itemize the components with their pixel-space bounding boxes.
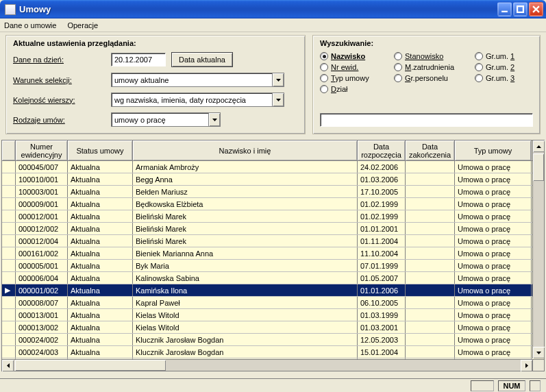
table-row[interactable]: 000045/007AktualnaArmaniak Ambroży24.02.… <box>2 161 544 173</box>
radio-icon <box>394 52 402 60</box>
radio-m-zatrudnienia[interactable]: M.zatrudnienia <box>394 63 469 71</box>
cell-start-date: 01.11.2004 <box>358 235 406 247</box>
horizontal-scrollbar[interactable] <box>2 359 532 371</box>
scroll-thumb[interactable] <box>15 360 166 371</box>
table-row[interactable]: 000005/001AktualnaByk Maria07.01.1999Umo… <box>2 260 544 272</box>
radio-grum1[interactable]: Gr.um. 1 <box>475 52 530 60</box>
table-row[interactable]: 000012/002AktualnaBieliński Marek01.01.2… <box>2 223 544 235</box>
types-select[interactable]: umowy o pracę <box>111 112 221 127</box>
header-evidence-number[interactable]: Numer ewidencyjny <box>16 140 68 160</box>
cell-status: Aktualna <box>68 198 133 210</box>
radio-grum3[interactable]: Gr.um. 3 <box>475 74 530 82</box>
chevron-down-icon <box>272 73 284 86</box>
table-row[interactable]: 000012/001AktualnaBieliński Marek01.02.1… <box>2 210 544 223</box>
order-select[interactable]: wg nazwiska, imienia, daty rozpoczęcia <box>111 93 284 107</box>
cell-evidence-number: 000012/001 <box>16 210 68 222</box>
radio-typ-umowy[interactable]: Typ umowy <box>320 74 388 82</box>
cell-status: Aktualna <box>68 272 133 284</box>
cell-name: Kielas Witold <box>133 309 358 321</box>
row-selector <box>2 346 16 358</box>
radio-nazwisko[interactable]: Nazwisko <box>320 52 388 60</box>
cell-evidence-number: 000013/001 <box>16 309 68 321</box>
radio-icon <box>394 63 402 71</box>
table-row[interactable]: 000013/001AktualnaKielas Witold01.03.199… <box>2 309 544 321</box>
status-empty2 <box>530 380 541 391</box>
cell-status: Aktualna <box>68 223 133 234</box>
date-input[interactable] <box>111 53 166 66</box>
radio-dzial[interactable]: Dział <box>320 85 388 93</box>
table-row[interactable]: 000024/002AktualnaKlucznik Jarosław Bogd… <box>2 334 544 346</box>
cell-status: Aktualna <box>68 321 133 333</box>
table-row[interactable]: 000008/007AktualnaKapral Paweł06.10.2005… <box>2 297 544 309</box>
row-selector <box>2 309 16 321</box>
radio-grum2[interactable]: Gr.um. 2 <box>475 63 530 71</box>
maximize-button[interactable] <box>513 2 528 16</box>
order-label: Kolejność wierszy: <box>13 96 106 104</box>
radio-icon <box>475 74 483 82</box>
condition-select[interactable]: umowy aktualne <box>111 73 284 87</box>
cell-start-date: 01.05.2007 <box>358 272 406 284</box>
table-row[interactable]: 000006/004AktualnaKalinowska Sabina01.05… <box>2 272 544 284</box>
radio-icon <box>320 85 328 93</box>
search-title: Wyszukiwanie: <box>320 39 533 47</box>
cell-evidence-number: 000045/007 <box>16 161 68 173</box>
header-status[interactable]: Status umowy <box>68 140 133 160</box>
settings-title: Aktualne ustawienia przeglądania: <box>13 39 298 47</box>
cell-status: Aktualna <box>68 161 133 173</box>
scroll-up-icon[interactable] <box>533 140 545 152</box>
cell-name: Armaniak Ambroży <box>133 161 358 173</box>
menu-dane-o-umowie[interactable]: Dane o umowie <box>4 21 56 29</box>
status-numlock: NUM <box>498 380 525 391</box>
table-row[interactable]: 000161/002AktualnaBieniek Marianna Anna1… <box>2 247 544 260</box>
table-row[interactable]: 100010/001AktualnaBegg Anna01.03.2006Umo… <box>2 173 544 186</box>
row-selector <box>2 272 16 284</box>
table-row[interactable]: 000009/001AktualnaBędkowska Elżbieta01.0… <box>2 198 544 210</box>
cell-start-date: 07.01.1999 <box>358 260 406 271</box>
cell-name: Kielas Witold <box>133 321 358 333</box>
cell-start-date: 24.02.2006 <box>358 161 406 173</box>
header-start-date[interactable]: Data rozpoczęcia <box>358 140 406 160</box>
current-date-button[interactable]: Data aktualna <box>171 52 233 67</box>
row-selector <box>2 210 16 222</box>
table-row[interactable]: 000013/002AktualnaKielas Witold01.03.200… <box>2 321 544 334</box>
cell-start-date: 17.10.2005 <box>358 186 406 197</box>
header-name[interactable]: Nazwisko i imię <box>133 140 358 160</box>
vertical-scrollbar[interactable] <box>532 140 544 358</box>
scroll-down-icon[interactable] <box>533 347 545 358</box>
radio-nr-ewid[interactable]: Nr ewid. <box>320 63 388 71</box>
cell-end-date <box>406 334 455 345</box>
radio-gr-personelu[interactable]: Gr.personelu <box>394 74 469 82</box>
radio-stanowisko[interactable]: Stanowisko <box>394 52 469 60</box>
scroll-thumb[interactable] <box>533 154 544 181</box>
cell-start-date: 01.01.2006 <box>358 284 406 296</box>
cell-status: Aktualna <box>68 210 133 222</box>
cell-end-date <box>406 284 455 296</box>
scroll-right-icon[interactable] <box>521 360 532 371</box>
table-row[interactable]: 000024/003AktualnaKlucznik Jarosław Bogd… <box>2 346 544 358</box>
cell-start-date: 11.10.2004 <box>358 247 406 259</box>
radio-icon <box>475 52 483 60</box>
chevron-down-icon <box>208 113 220 126</box>
header-contract-type[interactable]: Typ umowy <box>455 140 532 160</box>
cell-contract-type: Umowa o pracę <box>455 260 532 271</box>
types-value: umowy o pracę <box>112 114 208 125</box>
radio-icon <box>320 63 328 71</box>
menu-operacje[interactable]: Operacje <box>67 21 98 29</box>
cell-name: Bieliński Marek <box>133 235 358 247</box>
cell-name: Kapral Paweł <box>133 297 358 308</box>
cell-start-date: 06.10.2005 <box>358 297 406 308</box>
scroll-left-icon[interactable] <box>2 360 14 371</box>
close-button[interactable] <box>529 2 543 16</box>
cell-name: Klucznik Jarosław Bogdan <box>133 334 358 345</box>
data-grid: Numer ewidencyjny Status umowy Nazwisko … <box>1 140 545 371</box>
table-row[interactable]: 100003/001AktualnaBełden Mariusz17.10.20… <box>2 186 544 198</box>
minimize-button[interactable] <box>497 2 512 16</box>
table-row[interactable]: ▶000001/002AktualnaKamińska Ilona01.01.2… <box>2 284 544 297</box>
row-selector <box>2 223 16 234</box>
cell-start-date: 15.01.2004 <box>358 346 406 358</box>
table-row[interactable]: 000012/004AktualnaBieliński Marek01.11.2… <box>2 235 544 247</box>
header-end-date[interactable]: Data zakończenia <box>406 140 455 160</box>
cell-status: Aktualna <box>68 334 133 345</box>
search-input[interactable] <box>320 113 533 127</box>
cell-evidence-number: 000024/003 <box>16 346 68 358</box>
